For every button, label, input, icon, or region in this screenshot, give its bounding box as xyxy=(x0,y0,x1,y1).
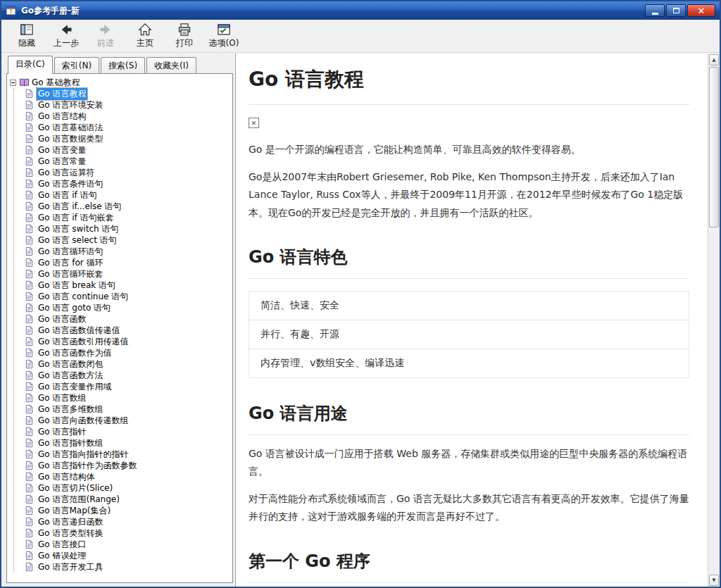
tree-item-label: Go 语言接口 xyxy=(37,539,87,551)
back-button[interactable]: 上一步 xyxy=(48,21,84,51)
tree-item[interactable]: Go 语言函数方法 xyxy=(24,370,231,381)
vertical-scrollbar[interactable]: ▲ ▼ xyxy=(708,54,720,587)
document-icon xyxy=(24,303,35,313)
document-icon xyxy=(24,483,35,493)
tree-item[interactable]: Go 语言变量 xyxy=(24,144,231,156)
maximize-button[interactable] xyxy=(666,4,686,17)
tree-item[interactable]: Go 语言数据类型 xyxy=(24,133,231,144)
tree-item[interactable]: Go 语言基础语法 xyxy=(24,122,231,133)
document-icon xyxy=(24,461,35,470)
tree-root-label: Go 基础教程 xyxy=(32,77,80,89)
document-icon xyxy=(24,404,35,414)
tree-item[interactable]: Go 语言指向指针的指针 xyxy=(24,449,231,460)
intro-paragraph-2: Go是从2007年末由Robert Griesemer, Rob Pike, K… xyxy=(249,168,689,222)
document-icon xyxy=(24,258,35,268)
forward-button-label: 前进 xyxy=(97,37,114,49)
document-icon xyxy=(24,370,35,380)
tree-item[interactable]: Go 语言变量作用域 xyxy=(24,381,231,392)
document-icon xyxy=(24,359,35,369)
tab-0[interactable]: 目录(C) xyxy=(8,56,53,74)
tree-item[interactable]: Go 语言运算符 xyxy=(24,167,231,178)
tab-2[interactable]: 搜索(S) xyxy=(101,57,145,74)
tree-item-label: Go 语言变量 xyxy=(37,144,87,156)
tree-item-label: Go 语言类型转换 xyxy=(37,527,104,539)
tree-item-label: Go 语言函数值传递值 xyxy=(37,325,121,337)
tree-item[interactable]: Go 语言接口 xyxy=(24,539,231,550)
tree-item[interactable]: Go 语言 select 语句 xyxy=(24,234,231,246)
tree-item[interactable]: Go 语言指针作为函数参数 xyxy=(24,460,231,471)
document-icon xyxy=(24,325,35,335)
features-list: 简洁、快速、安全并行、有趣、开源内存管理、v数组安全、编译迅速 xyxy=(249,291,689,378)
document-icon xyxy=(24,427,35,437)
tree-item-label: Go 语言向函数传递数组 xyxy=(37,415,130,427)
tree-item[interactable]: Go 语言Map(集合) xyxy=(24,505,231,516)
tree-item[interactable]: Go 语言 for 循环 xyxy=(24,257,231,268)
tree-item-label: Go 语言 switch 语句 xyxy=(37,223,120,235)
tree-root[interactable]: Go 基础教程 xyxy=(10,77,231,88)
close-icon: ✕ xyxy=(698,6,706,16)
tree-item[interactable]: Go 语言开发工具 xyxy=(24,561,231,573)
tree-item[interactable]: Go 语言函数值传递值 xyxy=(24,325,231,336)
minimize-button[interactable] xyxy=(645,4,665,17)
page-title: Go 语言教程 xyxy=(249,66,689,105)
tree-item[interactable]: Go 语言函数闭包 xyxy=(24,358,231,370)
document-icon xyxy=(24,269,35,279)
contents-tree: Go 基础教程 Go 语言教程Go 语言环境安装Go 语言结构Go 语言基础语法… xyxy=(6,73,233,583)
document-icon xyxy=(24,201,35,211)
tree-item[interactable]: Go 语言多维数组 xyxy=(24,404,231,415)
tree-item-label: Go 语言范围(Range) xyxy=(37,494,121,506)
document-icon xyxy=(24,517,35,527)
close-button[interactable]: ✕ xyxy=(687,4,715,17)
scrollbar-thumb[interactable] xyxy=(709,67,719,227)
forward-button[interactable]: 前进 xyxy=(87,21,124,51)
home-button[interactable]: 主页 xyxy=(127,21,163,51)
tree-item[interactable]: Go 语言 continue 语句 xyxy=(24,291,231,302)
tree-item[interactable]: Go 语言指针数组 xyxy=(24,437,231,449)
tree-item[interactable]: Go 语言向函数传递数组 xyxy=(24,415,231,426)
tree-item[interactable]: Go 语言切片(Slice) xyxy=(24,482,231,494)
tree-item[interactable]: Go 语言 if 语句 xyxy=(24,189,231,201)
titlebar[interactable]: ? Go参考手册-新 ✕ xyxy=(1,1,720,20)
tree-item[interactable]: Go 语言函数引用传递值 xyxy=(24,336,231,347)
tree-item-label: Go 语言运算符 xyxy=(37,167,96,179)
tree-item[interactable]: Go 语言条件语句 xyxy=(24,178,231,189)
tree-item[interactable]: Go 语言 goto 语句 xyxy=(24,302,231,313)
tab-1[interactable]: 索引(N) xyxy=(54,57,99,74)
tree-item[interactable]: Go 语言循环嵌套 xyxy=(24,268,231,280)
feature-item: 内存管理、v数组安全、编译迅速 xyxy=(249,349,689,378)
document-icon xyxy=(24,89,35,99)
tree-item[interactable]: Go 语言 break 语句 xyxy=(24,280,231,291)
tree-item[interactable]: Go 语言循环语句 xyxy=(24,246,231,257)
back-arrow-icon xyxy=(59,23,73,37)
tree-item[interactable]: Go 语言环境安装 xyxy=(24,99,231,111)
tree-item[interactable]: Go 语言指针 xyxy=(24,426,231,437)
hide-button[interactable]: 隐藏 xyxy=(8,21,45,51)
tree-item[interactable]: Go 语言结构体 xyxy=(24,471,231,482)
document-icon xyxy=(24,348,35,358)
scroll-down-button[interactable]: ▼ xyxy=(709,575,719,586)
tree-item[interactable]: Go 语言数组 xyxy=(24,392,231,404)
tab-3[interactable]: 收藏夹(I) xyxy=(146,57,196,74)
options-button[interactable]: 选项(O) xyxy=(206,21,242,51)
tree-item[interactable]: Go 语言 if...else 语句 xyxy=(24,201,231,212)
print-button[interactable]: 打印 xyxy=(166,21,203,51)
document-icon xyxy=(24,235,35,245)
tree-item[interactable]: Go 语言递归函数 xyxy=(24,516,231,527)
tree-item-label: Go 语言结构 xyxy=(37,111,87,123)
collapse-icon[interactable] xyxy=(10,80,16,86)
tree-item[interactable]: Go 语言 if 语句嵌套 xyxy=(24,212,231,223)
tree-item[interactable]: Go 语言常量 xyxy=(24,156,231,167)
tree-item[interactable]: Go 错误处理 xyxy=(24,550,231,561)
tree-item[interactable]: Go 语言结构 xyxy=(24,111,231,122)
tree-item[interactable]: Go 语言函数 xyxy=(24,313,231,325)
tree-item[interactable]: Go 语言类型转换 xyxy=(24,527,231,539)
tree-item[interactable]: Go 语言范围(Range) xyxy=(24,494,231,505)
tree-item[interactable]: Go 语言 switch 语句 xyxy=(24,223,231,234)
tree-item[interactable]: Go 语言教程 xyxy=(24,88,231,99)
scroll-up-button[interactable]: ▲ xyxy=(709,54,719,65)
tree-item-label: Go 语言 goto 语句 xyxy=(37,302,112,314)
document-icon xyxy=(24,393,35,403)
tree-item[interactable]: Go 语言函数作为值 xyxy=(24,347,231,358)
tree-item-label: Go 语言指向指针的指针 xyxy=(37,449,130,461)
document-icon xyxy=(24,246,35,256)
